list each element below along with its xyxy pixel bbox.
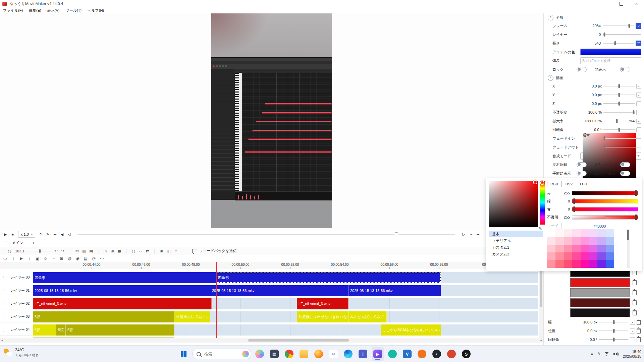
taskbar-app[interactable]: S [460,347,472,361]
palette-swatch[interactable] [572,260,581,268]
property-slider[interactable] [603,136,641,141]
layer-header[interactable]: ⋮⋮ レイヤー 00 [0,272,33,283]
trash-icon[interactable] [637,320,641,325]
taskbar-app[interactable] [342,347,354,361]
cut-icon[interactable]: ✂ [74,249,81,253]
palette-swatch[interactable] [555,252,564,260]
slider-thumb[interactable] [618,128,620,132]
timeline-clip[interactable]: 早速再生してみましょ [174,311,210,322]
split-icon[interactable]: ◳ [102,249,109,253]
add-character-icon[interactable]: ☺ [42,256,49,261]
slider-thumb[interactable] [39,249,41,253]
playback-speed-select[interactable]: x 1.0 ▾ [18,231,35,238]
separator[interactable]: │ [123,249,130,253]
palette-swatch[interactable] [597,229,606,237]
property-slider[interactable] [603,93,635,97]
property-slider[interactable] [603,41,634,46]
slider-thumb[interactable] [604,145,605,149]
palette-swatch[interactable] [547,245,555,252]
add-shape-icon[interactable]: ⊞ [58,256,65,261]
layer-header[interactable]: ⋮⋮ レイヤー 04 [0,324,33,336]
slider-thumb[interactable] [629,24,630,28]
hue-selector-ring[interactable] [540,181,544,185]
sv-selector-ring[interactable] [533,180,537,184]
add-tab-button[interactable]: + [29,240,38,245]
timeline-clip[interactable]: 5弦 [56,324,66,336]
menu-item[interactable]: ファイル(F) [0,8,26,13]
time-ruler[interactable]: 00:00:44.00 00:00:46.00 00:00:48.00 00:0… [0,262,543,269]
palette-swatch[interactable] [555,237,564,245]
palette-swatch[interactable] [589,245,597,252]
slider-thumb[interactable] [573,198,575,204]
minimize-button[interactable] [599,0,614,7]
timeline-clip[interactable]: LE_off vocal_3.wav [297,298,348,309]
video-preview[interactable] [211,13,332,228]
palette-category[interactable]: カスタム1 [489,244,543,251]
channel-slider[interactable] [572,191,638,195]
palette-swatch[interactable] [589,260,597,268]
slider-thumb[interactable] [633,110,635,114]
clipping-toggle[interactable] [620,162,630,167]
remove-button[interactable]: - [636,101,641,106]
trash-icon[interactable] [633,300,637,305]
color-mode-tab[interactable]: RGB [547,181,561,187]
custom-color-swatch[interactable] [570,298,630,307]
timeline-clip[interactable]: LE_off vocal_3.wav [33,298,212,309]
property-slider[interactable] [599,320,628,324]
drag-handle-icon[interactable]: ⋮⋮ [3,241,9,245]
hidden-toggle[interactable] [620,67,630,72]
timeline-vertical-scrollbar[interactable] [539,269,543,338]
palette-swatch[interactable] [581,237,589,245]
taskbar-app[interactable]: ✉ [327,347,339,361]
saturation-value-box[interactable] [489,181,538,227]
taskbar-app[interactable]: ▶ [372,347,384,361]
color-mode-tab[interactable]: HSV [562,181,576,187]
property-slider[interactable] [599,337,628,342]
remove-button[interactable]: - [630,328,635,334]
palette-swatch[interactable] [555,229,564,237]
palette-swatch[interactable] [547,260,555,268]
layer-header[interactable]: ⋮⋮ レイヤー 02 [0,298,33,309]
zoom-slider[interactable] [26,249,50,253]
drag-handle-icon[interactable]: ⋮⋮ [2,276,9,280]
zoom-value[interactable]: 103.1 [15,249,24,253]
menu-item[interactable]: ヘルプ(H) [85,8,107,13]
ime-indicator[interactable]: A [597,352,600,356]
zoom-icon[interactable]: ◎ [6,249,13,253]
timeline-clip[interactable]: ここからBGMさびなのにいいいい… [381,324,441,336]
palette-swatch[interactable] [581,245,589,252]
hue-strip[interactable] [540,181,545,225]
drag-handle-icon[interactable]: ⋮⋮ [2,328,9,332]
scrollbar-thumb[interactable] [540,269,542,307]
property-value[interactable]: 0.0° [576,338,597,342]
keyframe-button[interactable]: フ [636,41,641,46]
drag-handle-icon[interactable]: ⋮⋮ [2,289,9,293]
scrollbar-thumb[interactable] [248,339,349,342]
add-group-icon[interactable]: ◍ [66,256,73,261]
timeline-clip[interactable]: みんなも試してみて [348,311,387,322]
separator[interactable]: │ [67,249,74,253]
zorder-toggle[interactable] [620,171,630,176]
palette-swatch[interactable] [572,252,581,260]
note-input[interactable] [580,57,641,64]
property-value[interactable]: 0.0px [580,102,602,106]
palette-category[interactable]: 基本 [489,231,543,237]
section-drawing[interactable]: ∧ 描画 [544,74,644,82]
step-back-button[interactable]: ◁ [65,232,72,237]
channel-value[interactable]: 255 [561,191,570,195]
separator[interactable]: │ [95,249,102,253]
timeline-clip[interactable]: 到底僕には出せないきれいな♪ [297,311,348,322]
palette-swatch[interactable] [581,229,589,237]
palette-swatch[interactable] [572,237,581,245]
add-text-icon[interactable]: T [9,256,17,261]
slider-thumb[interactable] [613,320,614,324]
palette-swatch[interactable] [572,245,581,252]
tab-main[interactable]: ⋮⋮ メイン [0,239,29,247]
palette-swatch[interactable] [597,245,606,252]
palette-swatch[interactable] [555,245,564,252]
undo-icon[interactable]: ↶ [53,249,60,253]
property-value[interactable]: 543 [580,41,602,45]
property-slider[interactable] [599,328,628,333]
slider-thumb[interactable] [573,206,575,212]
remove-button[interactable]: - [630,320,635,325]
